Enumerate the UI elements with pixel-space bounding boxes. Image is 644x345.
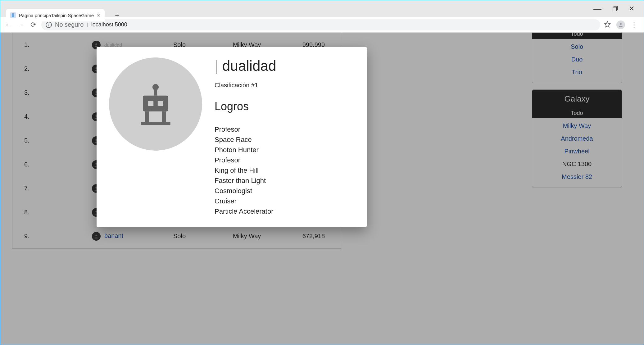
svg-point-0 <box>620 23 622 25</box>
player-profile-modal: | dualidad Clasificación #1 Logros Profe… <box>97 47 367 227</box>
not-secure-label: No seguro <box>55 21 84 28</box>
player-rank-label: Clasificación #1 <box>215 82 354 89</box>
achievements-list: ProfesorSpace RacePhoton HunterProfesorK… <box>215 124 354 216</box>
browser-window: Página principaTailspin SpaceGame × ＋ — … <box>0 0 644 345</box>
browser-tab[interactable]: Página principaTailspin SpaceGame × <box>6 9 105 21</box>
nav-back-button[interactable]: ← <box>4 20 13 29</box>
achievement-item: Cosmologist <box>215 186 354 196</box>
address-divider: | <box>87 22 88 28</box>
svg-rect-15 <box>145 111 149 123</box>
svg-rect-16 <box>162 111 166 123</box>
window-close-icon[interactable]: ✕ <box>629 5 634 13</box>
player-avatar-icon <box>109 57 202 151</box>
svg-rect-13 <box>148 101 153 106</box>
window-restore-icon[interactable] <box>613 6 618 11</box>
svg-rect-12 <box>143 96 168 111</box>
achievement-item: Faster than Light <box>215 175 354 186</box>
nav-forward-button[interactable]: → <box>16 20 25 29</box>
profile-avatar-icon[interactable] <box>616 20 625 29</box>
browser-menu-icon[interactable]: ⋮ <box>631 21 637 29</box>
achievement-item: Particle Accelerator <box>215 206 354 216</box>
tab-strip: Página principaTailspin SpaceGame × ＋ <box>0 0 123 17</box>
svg-rect-11 <box>154 89 157 95</box>
svg-rect-17 <box>141 122 170 125</box>
tab-close-icon[interactable]: × <box>97 12 100 19</box>
achievement-item: King of the Hill <box>215 165 354 175</box>
address-bar[interactable]: i No seguro | localhost:5000 <box>41 19 600 30</box>
site-info-icon[interactable]: i <box>46 22 52 28</box>
tab-title: Página principaTailspin SpaceGame <box>19 13 94 18</box>
tab-favicon-icon <box>10 12 16 18</box>
address-url: localhost:5000 <box>91 21 127 28</box>
new-tab-button[interactable]: ＋ <box>111 9 123 21</box>
svg-rect-14 <box>158 101 163 106</box>
bookmark-star-icon[interactable] <box>604 21 611 29</box>
achievement-item: Profesor <box>215 155 354 165</box>
achievement-item: Photon Hunter <box>215 145 354 155</box>
player-name: | dualidad <box>215 57 354 74</box>
nav-reload-button[interactable]: ⟳ <box>29 20 38 29</box>
achievement-item: Cruiser <box>215 196 354 206</box>
achievements-heading: Logros <box>215 100 354 113</box>
window-controls: — ✕ <box>593 0 644 17</box>
page-viewport: 1.dualidadSoloMilky Way999,9992.3.4.5.6.… <box>0 33 644 345</box>
achievement-item: Space Race <box>215 134 354 145</box>
achievement-item: Profesor <box>215 124 354 134</box>
